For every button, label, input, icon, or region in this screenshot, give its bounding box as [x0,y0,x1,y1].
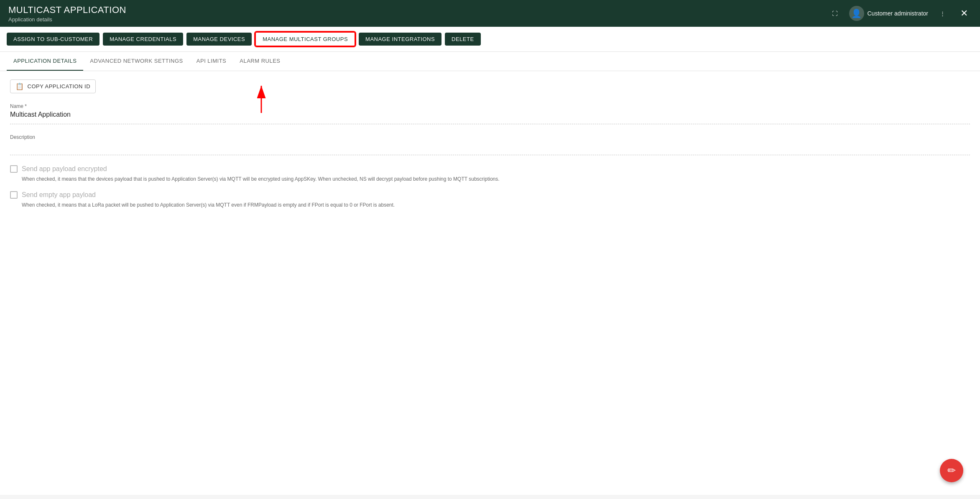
send-empty-app-payload-section: Send empty app payload When checked, it … [10,191,970,209]
copy-icon: 📋 [15,82,24,90]
page-title: MULTICAST APPLICATION [8,5,126,15]
send-app-payload-encrypted-label: Send app payload encrypted [22,165,107,173]
tab-advanced-network-settings[interactable]: ADVANCED NETWORK SETTINGS [83,52,189,71]
header-left: MULTICAST APPLICATION Application detail… [8,5,126,23]
manage-credentials-button[interactable]: MANAGE CREDENTIALS [103,33,183,46]
more-options-button[interactable]: ⋮ [935,6,950,21]
send-app-payload-encrypted-checkbox[interactable] [10,165,18,173]
copy-id-label: COPY APPLICATION ID [28,83,91,90]
fab-edit-icon: ✏ [947,465,956,476]
description-value[interactable] [10,142,970,155]
send-empty-app-payload-description: When checked, it means that a LoRa packe… [22,201,970,209]
fullscreen-button[interactable]: ⛶ [827,6,842,21]
fullscreen-icon: ⛶ [832,10,837,17]
tab-alarm-rules[interactable]: ALARM RULES [233,52,287,71]
tabs-row: APPLICATION DETAILS ADVANCED NETWORK SET… [0,52,980,71]
send-empty-app-payload-checkbox[interactable] [10,191,18,199]
send-empty-app-payload-label: Send empty app payload [22,191,96,199]
fab-edit-button[interactable]: ✏ [940,459,963,482]
page-subtitle: Application details [8,16,126,23]
avatar: 👤 [849,6,864,21]
action-buttons-row: ASSIGN TO SUB-CUSTOMER MANAGE CREDENTIAL… [0,27,980,52]
checkbox-row-empty: Send empty app payload [10,191,970,199]
user-name: Customer administrator [868,10,929,17]
close-button[interactable]: ✕ [957,6,972,21]
tab-api-limits[interactable]: API LIMITS [190,52,233,71]
user-section[interactable]: 👤 Customer administrator [849,6,929,21]
manage-devices-button[interactable]: MANAGE DEVICES [186,33,252,46]
delete-button[interactable]: DELETE [445,33,481,46]
header-right: ⛶ 👤 Customer administrator ⋮ ✕ [827,6,972,21]
name-value[interactable]: Multicast Application [10,111,970,124]
manage-multicast-groups-button[interactable]: MANAGE MULTICAST GROUPS [255,32,355,46]
send-app-payload-encrypted-description: When checked, it means that the devices … [22,175,970,183]
top-header: MULTICAST APPLICATION Application detail… [0,0,980,27]
name-label: Name * [10,103,970,109]
send-app-payload-encrypted-section: Send app payload encrypted When checked,… [10,165,970,183]
name-field: Name * Multicast Application [10,103,970,124]
avatar-icon: 👤 [851,8,862,18]
checkbox-row-encrypted: Send app payload encrypted [10,165,970,173]
copy-application-id-button[interactable]: 📋 COPY APPLICATION ID [10,79,96,93]
description-label: Description [10,134,970,140]
manage-integrations-button[interactable]: MANAGE INTEGRATIONS [359,33,442,46]
tab-application-details[interactable]: APPLICATION DETAILS [7,52,83,71]
description-field: Description [10,134,970,155]
more-icon: ⋮ [940,10,945,17]
assign-to-sub-customer-button[interactable]: ASSIGN TO SUB-CUSTOMER [7,33,100,46]
content-area: 📋 COPY APPLICATION ID Name * Multicast A… [0,71,980,495]
close-icon: ✕ [960,8,968,19]
